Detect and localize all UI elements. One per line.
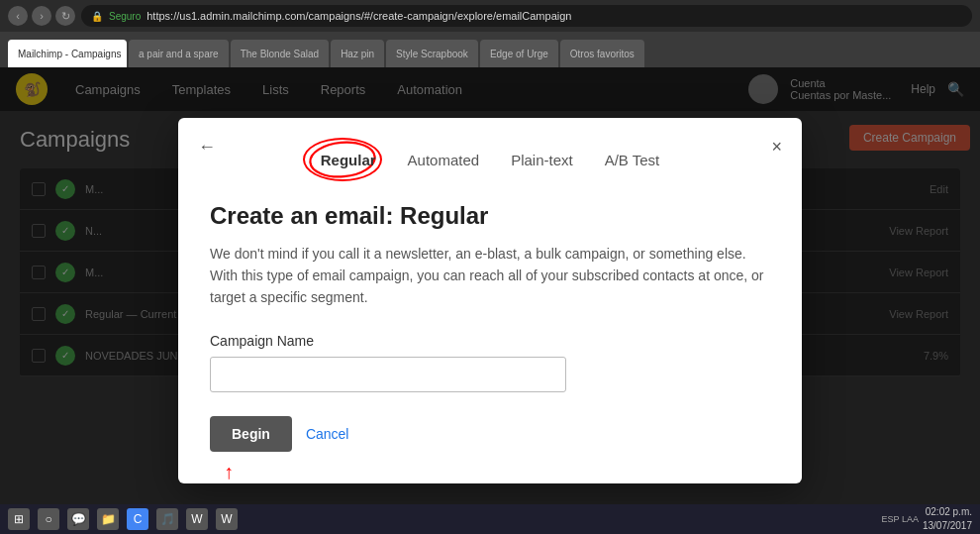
inactive-tab-4[interactable]: Style Scrapbook [386,40,478,67]
inactive-tab-3[interactable]: Haz pin [331,40,384,67]
taskbar-app3[interactable]: W [216,508,238,530]
taskbar-explorer[interactable]: 📁 [97,508,119,530]
modal-description: We don't mind if you call it a newslette… [210,244,770,308]
cancel-button[interactable]: Cancel [306,426,349,442]
lock-icon: 🔒 [91,11,103,22]
modal-dialog: ← × Regular Automated Plain-text A/B Tes… [178,118,802,482]
taskbar-app2[interactable]: W [186,508,208,530]
taskbar-app1[interactable]: 🎵 [156,508,178,530]
forward-button[interactable]: › [32,6,51,26]
modal-heading: Create an email: Regular [210,202,770,230]
app-area: 🐒 Campaigns Templates Lists Reports Auto… [0,67,980,534]
tab-plain-text[interactable]: Plain-text [507,146,577,174]
address-bar[interactable]: 🔒 Seguro https://us1.admin.mailchimp.com… [81,5,972,27]
taskbar-date: 13/07/2017 [923,519,972,533]
tab-automated[interactable]: Automated [404,146,484,174]
nav-buttons: ‹ › ↻ [8,6,75,26]
taskbar-cortana[interactable]: 💬 [67,508,89,530]
tab-ab-test[interactable]: A/B Test [601,146,664,174]
taskbar-search[interactable]: ○ [38,508,59,530]
modal-content: Create an email: Regular We don't mind i… [210,202,770,451]
inactive-tab-5[interactable]: Edge of Urge [480,40,558,67]
taskbar-chrome[interactable]: C [127,508,148,530]
inactive-tab-9[interactable]: Otros favoritos [560,40,644,67]
tab-regular-wrapper: Regular [317,146,380,174]
campaign-name-label: Campaign Name [210,333,770,349]
modal-actions: Begin ↑ Cancel [210,416,770,452]
active-tab[interactable]: Mailchimp - Campaigns [8,40,127,67]
modal-tabs: Regular Automated Plain-text A/B Test [210,146,770,174]
inactive-tab-2[interactable]: The Blonde Salad [231,40,330,67]
browser-top-bar: ‹ › ↻ 🔒 Seguro https://us1.admin.mailchi… [0,0,980,32]
start-button[interactable]: ⊞ [8,508,30,530]
begin-button[interactable]: Begin [210,416,292,452]
taskbar-time: 02:02 p.m. [923,505,972,519]
modal-back-button[interactable]: ← [198,138,216,156]
secure-label: Seguro [109,11,141,22]
reload-button[interactable]: ↻ [55,6,75,26]
url-text: https://us1.admin.mailchimp.com/campaign… [147,10,571,22]
taskbar-clock: 02:02 p.m. 13/07/2017 [923,505,972,533]
modal-close-button[interactable]: × [771,138,782,156]
browser-chrome: ‹ › ↻ 🔒 Seguro https://us1.admin.mailchi… [0,0,980,67]
modal-overlay: ← × Regular Automated Plain-text A/B Tes… [0,67,980,534]
back-button[interactable]: ‹ [8,6,28,26]
browser-tabs: Mailchimp - Campaigns a pair and a spare… [0,32,980,67]
taskbar-tray: ESP LAA 02:02 p.m. 13/07/2017 [882,505,972,533]
campaign-name-input[interactable] [210,357,566,392]
inactive-tab-1[interactable]: a pair and a spare [129,40,229,67]
tab-regular[interactable]: Regular [317,146,380,174]
language-indicator: ESP LAA [882,514,919,524]
taskbar: ⊞ ○ 💬 📁 C 🎵 W W ESP LAA 02:02 p.m. 13/07… [0,504,980,534]
cursor-annotation: ↑ [224,461,234,483]
